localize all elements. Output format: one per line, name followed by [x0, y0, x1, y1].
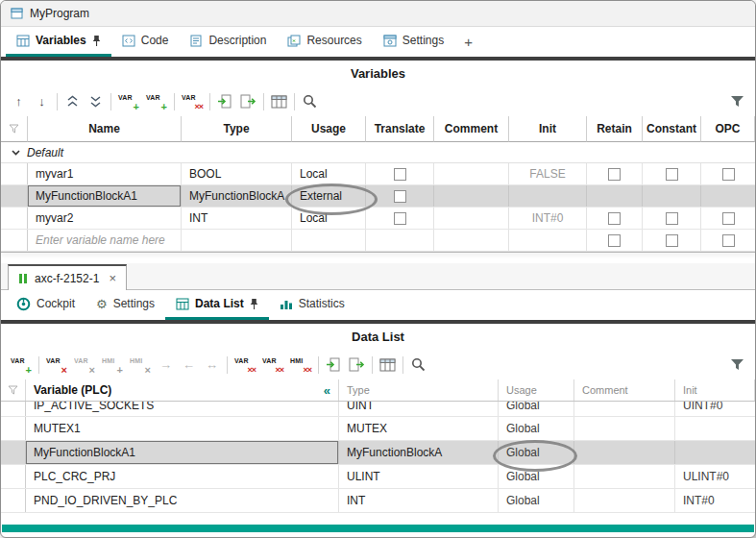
- cell-type[interactable]: [182, 230, 292, 251]
- column-header-usage[interactable]: Usage: [499, 379, 574, 401]
- cell-name[interactable]: myvar1: [28, 163, 182, 184]
- row-selector[interactable]: [1, 465, 26, 488]
- delete-variables-icon[interactable]: VAR××: [182, 93, 203, 110]
- cell-type[interactable]: BOOL: [182, 163, 292, 184]
- cell-type[interactable]: UINT: [339, 402, 499, 417]
- cell-opc[interactable]: [701, 185, 755, 207]
- column-header-usage[interactable]: Usage: [292, 116, 366, 142]
- cell-variable[interactable]: MUTEX1: [26, 417, 339, 440]
- collapse-all-icon[interactable]: [64, 92, 81, 111]
- opc-checkbox[interactable]: [722, 234, 735, 247]
- constant-checkbox[interactable]: [666, 234, 678, 247]
- remove-variable-icon[interactable]: VAR×: [46, 356, 67, 374]
- cell-constant[interactable]: [643, 185, 701, 207]
- column-header-translate[interactable]: Translate: [366, 116, 434, 142]
- move-up-icon[interactable]: ↑: [11, 92, 27, 111]
- collapse-column-icon[interactable]: «: [324, 383, 330, 398]
- cell-comment[interactable]: [434, 230, 509, 251]
- pin-icon[interactable]: [250, 298, 258, 310]
- cell-usage[interactable]: Global: [499, 417, 574, 440]
- cell-variable[interactable]: MyFunctionBlockA1: [26, 441, 339, 464]
- row-selector[interactable]: [1, 163, 28, 184]
- tab-resources[interactable]: Resources: [277, 27, 372, 57]
- cell-type[interactable]: ULINT: [339, 465, 499, 488]
- row-selector[interactable]: [1, 441, 26, 464]
- cell-type[interactable]: MyFunctionBlockA: [182, 185, 292, 207]
- delete-all-hmi-tags-icon[interactable]: HMI××: [290, 356, 311, 374]
- add-variable-icon[interactable]: VAR+: [118, 93, 139, 110]
- tab-cockpit[interactable]: Cockpit: [6, 290, 85, 320]
- cell-name[interactable]: MyFunctionBlockA1: [28, 185, 182, 207]
- cell-translate[interactable]: [366, 208, 434, 229]
- import-icon[interactable]: [217, 92, 233, 111]
- constant-checkbox[interactable]: [666, 168, 678, 181]
- cell-init[interactable]: INT#0: [675, 489, 755, 512]
- cell-usage[interactable]: Global: [499, 489, 574, 512]
- column-header-type[interactable]: Type: [182, 116, 292, 142]
- cell-init[interactable]: UINT#0: [675, 402, 755, 417]
- cell-type[interactable]: MyFunctionBlockA: [339, 441, 499, 464]
- cell-type[interactable]: INT: [182, 208, 292, 229]
- cell-comment[interactable]: [574, 417, 675, 440]
- column-header-comment[interactable]: Comment: [434, 116, 509, 142]
- clear-filter-icon[interactable]: [1, 379, 26, 401]
- retain-checkbox[interactable]: [608, 168, 621, 181]
- delete-all-variables-icon[interactable]: VAR××: [234, 356, 256, 374]
- add-variable-group-icon[interactable]: VAR+: [146, 93, 167, 110]
- tab-statistics[interactable]: Statistics: [269, 290, 355, 320]
- tab-settings[interactable]: Settings: [373, 27, 454, 57]
- delete-unused-variables-icon[interactable]: VAR××: [262, 356, 283, 374]
- cell-opc[interactable]: [701, 208, 755, 229]
- expand-all-icon[interactable]: [87, 92, 104, 111]
- cell-usage[interactable]: External: [292, 185, 366, 207]
- row-selector[interactable]: [1, 208, 28, 229]
- cell-usage[interactable]: Local: [292, 208, 366, 229]
- cell-constant[interactable]: [643, 230, 701, 251]
- pin-icon[interactable]: [92, 35, 101, 47]
- column-settings-icon[interactable]: [271, 92, 287, 111]
- add-variable-icon[interactable]: VAR+: [11, 356, 32, 374]
- row-selector[interactable]: [1, 402, 26, 417]
- cell-variable[interactable]: PND_IO_DRIVEN_BY_PLC: [26, 489, 339, 512]
- chevron-down-icon[interactable]: [12, 150, 20, 156]
- column-header-name[interactable]: Name: [28, 116, 182, 142]
- cell-retain[interactable]: [587, 163, 643, 184]
- cell-usage[interactable]: Global: [499, 465, 574, 488]
- tab-code[interactable]: Code: [111, 27, 180, 57]
- group-row-default[interactable]: Default: [1, 142, 755, 163]
- cell-comment[interactable]: [574, 489, 675, 512]
- row-selector[interactable]: [1, 185, 28, 207]
- opc-checkbox[interactable]: [722, 212, 735, 225]
- column-settings-icon[interactable]: [379, 355, 396, 375]
- cell-init[interactable]: FALSE: [509, 163, 587, 184]
- export-icon[interactable]: [349, 355, 365, 375]
- filter-icon[interactable]: [729, 92, 745, 111]
- row-selector[interactable]: [1, 417, 26, 440]
- export-icon[interactable]: [240, 92, 256, 111]
- cell-variable[interactable]: IP_ACTIVE_SOCKETS: [26, 402, 339, 417]
- tab-data-list[interactable]: Data List: [165, 290, 269, 320]
- cell-comment[interactable]: [574, 402, 675, 417]
- cell-translate[interactable]: [366, 230, 434, 251]
- tab-variables[interactable]: Variables: [6, 27, 111, 57]
- cell-retain[interactable]: [587, 230, 643, 251]
- cell-init[interactable]: INT#0: [509, 208, 587, 229]
- cell-comment[interactable]: [434, 208, 509, 229]
- cell-usage[interactable]: Global: [499, 402, 574, 417]
- row-selector[interactable]: [1, 230, 28, 251]
- new-variable-input[interactable]: Enter variable name here: [28, 230, 182, 251]
- cell-opc[interactable]: [701, 230, 755, 251]
- column-header-type[interactable]: Type: [339, 379, 499, 401]
- column-header-init[interactable]: Init: [509, 116, 587, 142]
- column-header-constant[interactable]: Constant: [643, 116, 701, 142]
- cell-constant[interactable]: [643, 208, 701, 229]
- cell-comment[interactable]: [574, 465, 675, 488]
- opc-checkbox[interactable]: [722, 168, 735, 181]
- row-selector[interactable]: [1, 489, 26, 512]
- import-icon[interactable]: [326, 355, 342, 375]
- cell-init[interactable]: [675, 417, 755, 440]
- retain-checkbox[interactable]: [608, 234, 621, 247]
- cell-opc[interactable]: [701, 163, 755, 184]
- column-header-variable-plc[interactable]: Variable (PLC) «: [26, 379, 339, 401]
- cell-translate[interactable]: [366, 185, 434, 207]
